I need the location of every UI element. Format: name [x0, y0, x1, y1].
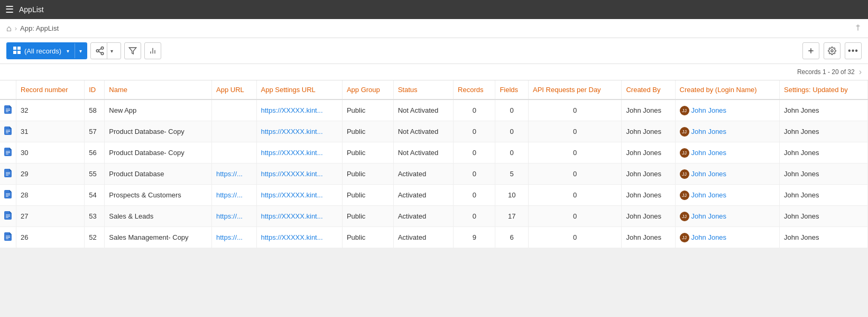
app-settings-url-cell: https://XXXXX.kint... [256, 206, 342, 227]
filter-button[interactable] [124, 42, 141, 59]
view-chevron-down: ▾ [67, 48, 69, 54]
col-app-url[interactable]: App URL [212, 80, 257, 99]
grid-view-icon [13, 46, 21, 56]
table-row: 30 56 Product Database- Copy https://XXX… [0, 142, 868, 164]
col-status[interactable]: Status [393, 80, 453, 99]
app-settings-url-link[interactable]: https://XXXXX.kint... [261, 233, 323, 241]
created-by-login-link[interactable]: JJ John Jones [680, 106, 775, 115]
pin-icon[interactable] [854, 24, 862, 33]
created-by-login-cell: JJ John Jones [675, 206, 779, 227]
toolbar-right: ••• [802, 42, 862, 59]
fields-cell: 10 [495, 185, 529, 206]
col-fields[interactable]: Fields [495, 80, 529, 99]
record-number: 26 [16, 227, 85, 248]
records-cell: 0 [454, 206, 495, 227]
record-number: 28 [16, 185, 85, 206]
created-by-cell: John Jones [622, 99, 675, 121]
created-by-cell: John Jones [622, 164, 675, 185]
chart-button[interactable] [144, 42, 161, 59]
col-created-by-login[interactable]: Created by (Login Name) [675, 80, 779, 99]
settings-updated-by-cell: John Jones [780, 142, 868, 164]
record-id: 56 [85, 142, 105, 164]
created-by-login-cell: JJ John Jones [675, 227, 779, 248]
app-url-link[interactable]: https://... [216, 170, 243, 178]
breadcrumb-separator: › [15, 24, 17, 32]
status-cell: Activated [393, 164, 453, 185]
app-url-link[interactable]: https://... [216, 212, 243, 220]
view-selector[interactable]: (All records) ▾ ▾ [6, 42, 87, 59]
share-dropdown-chevron: ▾ [110, 48, 113, 54]
col-settings-updated-by[interactable]: Settings: Updated by [780, 80, 868, 99]
app-group-cell: Public [342, 227, 393, 248]
table-row: 27 53 Sales & Leads https://... https://… [0, 206, 868, 227]
created-by-login-link[interactable]: JJ John Jones [680, 191, 775, 200]
created-by-login-link[interactable]: JJ John Jones [680, 148, 775, 158]
add-button[interactable] [802, 42, 819, 59]
next-page-button[interactable]: › [859, 67, 862, 77]
app-settings-url-link[interactable]: https://XXXXX.kint... [261, 191, 323, 199]
avatar: JJ [680, 106, 689, 115]
status-cell: Not Activated [393, 121, 453, 142]
avatar: JJ [680, 148, 689, 158]
svg-marker-11 [129, 48, 136, 54]
created-by-cell: John Jones [622, 121, 675, 142]
col-records[interactable]: Records [454, 80, 495, 99]
app-settings-url-cell: https://XXXXX.kint... [256, 121, 342, 142]
created-by-cell: John Jones [622, 206, 675, 227]
record-doc-icon [4, 105, 12, 114]
col-created-by[interactable]: Created By [622, 80, 675, 99]
row-icon-cell [0, 99, 16, 121]
settings-button[interactable] [824, 42, 841, 59]
breadcrumb-text: App: AppList [20, 24, 59, 32]
avatar: JJ [680, 191, 689, 200]
app-settings-url-link[interactable]: https://XXXXX.kint... [261, 170, 323, 178]
share-button[interactable]: ▾ [90, 42, 121, 59]
app-group-cell: Public [342, 164, 393, 185]
app-url-link[interactable]: https://... [216, 233, 243, 241]
record-number: 30 [16, 142, 85, 164]
view-selector-left[interactable]: (All records) ▾ [7, 43, 75, 58]
view-dropdown-btn[interactable]: ▾ [75, 43, 86, 58]
app-settings-url-link[interactable]: https://XXXXX.kint... [261, 128, 323, 135]
app-header: ☰ AppList [0, 0, 868, 19]
records-cell: 0 [454, 185, 495, 206]
settings-updated-by-cell: John Jones [780, 99, 868, 121]
fields-cell: 6 [495, 227, 529, 248]
more-button[interactable]: ••• [845, 42, 862, 59]
home-icon[interactable]: ⌂ [6, 24, 12, 33]
created-by-login-link[interactable]: JJ John Jones [680, 212, 775, 221]
record-id: 53 [85, 206, 105, 227]
app-settings-url-link[interactable]: https://XXXXX.kint... [261, 149, 323, 157]
col-app-group[interactable]: App Group [342, 80, 393, 99]
row-icon-cell [0, 227, 16, 248]
created-by-login-link[interactable]: JJ John Jones [680, 233, 775, 242]
hamburger-icon[interactable]: ☰ [5, 4, 14, 15]
created-by-cell: John Jones [622, 185, 675, 206]
api-requests-cell: 0 [529, 164, 622, 185]
app-title: AppList [19, 5, 44, 14]
record-name: Sales Management- Copy [105, 227, 212, 248]
created-by-login-link[interactable]: JJ John Jones [680, 169, 775, 179]
col-record-number[interactable]: Record number [16, 80, 85, 99]
settings-updated-by-cell: John Jones [780, 227, 868, 248]
app-url-link[interactable]: https://... [216, 191, 243, 199]
col-api-requests[interactable]: API Requests per Day [529, 80, 622, 99]
col-id[interactable]: ID [85, 80, 105, 99]
app-settings-url-link[interactable]: https://XXXXX.kint... [261, 212, 323, 220]
app-group-cell: Public [342, 206, 393, 227]
share-dropdown-btn[interactable]: ▾ [107, 43, 116, 59]
created-by-cell: John Jones [622, 227, 675, 248]
plus-icon [807, 47, 815, 55]
created-by-login-cell: JJ John Jones [675, 99, 779, 121]
created-by-login-link[interactable]: JJ John Jones [680, 127, 775, 137]
table-header-row: Record number ID Name App URL App Settin… [0, 80, 868, 99]
record-name: Sales & Leads [105, 206, 212, 227]
created-by-login-name: John Jones [691, 233, 727, 241]
record-name: Prospects & Customers [105, 185, 212, 206]
col-app-settings-url[interactable]: App Settings URL [256, 80, 342, 99]
app-settings-url-link[interactable]: https://XXXXX.kint... [261, 106, 323, 114]
created-by-login-name: John Jones [691, 128, 727, 135]
col-name[interactable]: Name [105, 80, 212, 99]
col-icon [0, 80, 16, 99]
record-id: 54 [85, 185, 105, 206]
